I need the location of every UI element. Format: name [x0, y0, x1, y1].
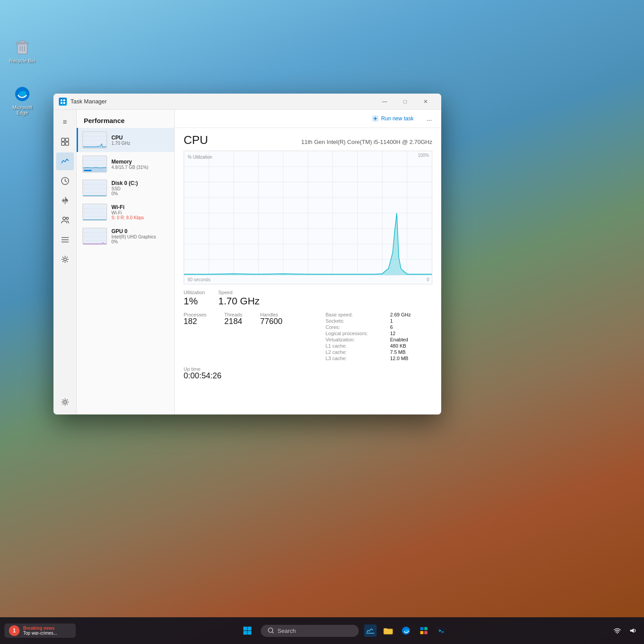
svg-rect-71 [247, 631, 251, 635]
taskbar-terminal-icon[interactable] [435, 624, 448, 637]
minimize-button[interactable]: — [374, 94, 395, 110]
sidebar-performance-icon[interactable] [56, 152, 74, 170]
cpu-stats-row: Utilization 1% Speed 1.70 GHz [175, 284, 441, 312]
windows-start-button[interactable] [239, 623, 255, 639]
gpu-thumbnail [82, 228, 107, 245]
wifi-item-info: Wi-Fi Wi-Fi S: 0 R: 8.0 Kbps [111, 204, 170, 220]
l1-key: L1 cache: [325, 343, 368, 349]
svg-rect-80 [424, 631, 427, 634]
cpu-main-title: CPU [184, 133, 208, 147]
news-headline: Top war-crimes... [23, 631, 57, 636]
taskbar-news-widget[interactable]: 1 Breaking news Top war-crimes... [4, 623, 76, 638]
svg-point-16 [63, 217, 66, 220]
processes-stat: Processes 182 [184, 312, 206, 361]
chart-time-label: 60 seconds [188, 277, 210, 282]
threads-stat: Threads 2184 [224, 312, 242, 361]
desktop-icon-edge[interactable]: Microsoft Edge [4, 82, 40, 118]
cpu-item-name: CPU [111, 135, 170, 141]
sidebar-services-icon[interactable] [56, 250, 74, 268]
maximize-button[interactable]: □ [395, 94, 415, 110]
uptime-value: 0:00:54:26 [184, 372, 432, 381]
sockets-key: Sockets: [325, 318, 368, 324]
taskbar-right [611, 624, 640, 637]
sockets-val: 1 [390, 318, 432, 324]
cpu-utilization-chart: % Utilization 100% 0 60 seconds [184, 151, 432, 284]
memory-item-info: Memory 4.8/15.7 GB (31%) [111, 159, 170, 170]
svg-marker-84 [630, 628, 634, 633]
svg-rect-11 [62, 138, 65, 141]
svg-rect-78 [424, 627, 427, 630]
svg-rect-69 [247, 627, 251, 631]
svg-rect-12 [66, 138, 69, 141]
disk-item-detail2: 0% [111, 191, 170, 196]
speed-value: 1.70 GHz [218, 296, 260, 307]
sidebar-hamburger[interactable]: ≡ [56, 113, 74, 131]
taskbar-search[interactable] [261, 625, 359, 637]
cpu-item-info: CPU 1.70 GHz [111, 135, 170, 146]
handles-value: 77600 [260, 317, 283, 326]
sidebar-history-icon[interactable] [56, 172, 74, 190]
main-panel: Run new task ... CPU 11th Gen Intel(R) C… [175, 110, 441, 414]
run-new-task-button[interactable]: Run new task [367, 113, 419, 124]
sidebar-startup-icon[interactable] [56, 192, 74, 209]
taskbar-store-icon[interactable] [418, 624, 430, 637]
cores-val: 6 [390, 324, 432, 330]
svg-point-21 [64, 258, 66, 261]
taskbar-wifi-status[interactable] [611, 624, 623, 637]
handles-stat: Handles 77600 [260, 312, 283, 361]
disk-item-name: Disk 0 (C:) [111, 180, 170, 186]
sidebar-settings-icon[interactable] [56, 393, 74, 411]
sidebar-details-icon[interactable] [56, 231, 74, 249]
perf-item-gpu[interactable]: GPU 0 Intel(R) UHD Graphics 0% [77, 224, 174, 248]
search-input[interactable] [278, 628, 345, 634]
taskbar-volume[interactable] [627, 624, 640, 637]
perf-item-cpu[interactable]: CPU 1.70 GHz [77, 128, 174, 152]
news-text: Breaking news Top war-crimes... [23, 626, 57, 636]
disk-item-detail1: SSD [111, 186, 170, 191]
chart-100-label: 100% [418, 153, 429, 158]
sidebar-processes-icon[interactable] [56, 133, 74, 151]
bottom-stats: Processes 182 Threads 2184 Handles 77600 [175, 312, 441, 365]
cpu-info-grid: Base speed: 2.69 GHz Sockets: 1 Cores: 6… [325, 312, 432, 361]
taskbar-center [78, 623, 608, 639]
svg-point-72 [268, 628, 273, 632]
close-button[interactable]: ✕ [415, 94, 436, 110]
perf-item-disk[interactable]: Disk 0 (C:) SSD 0% [77, 176, 174, 200]
svg-marker-32 [83, 168, 106, 172]
svg-rect-13 [62, 142, 65, 145]
more-options-button[interactable]: ... [422, 112, 436, 125]
taskbar-edge-icon[interactable] [400, 624, 412, 637]
sidebar-users-icon[interactable] [56, 211, 74, 229]
perf-item-wifi[interactable]: Wi-Fi Wi-Fi S: 0 R: 8.0 Kbps [77, 200, 174, 224]
titlebar: Task Manager — □ ✕ [53, 94, 441, 110]
l2-key: L2 cache: [325, 349, 368, 355]
cpu-model-label: 11th Gen Intel(R) Core(TM) i5-11400H @ 2… [301, 139, 432, 145]
perf-item-memory[interactable]: Memory 4.8/15.7 GB (31%) [77, 152, 174, 176]
virt-key: Virtualization: [325, 337, 368, 342]
svg-rect-10 [63, 102, 65, 104]
svg-rect-14 [66, 142, 69, 145]
taskbar-task-manager-icon[interactable] [364, 624, 377, 637]
gpu-item-info: GPU 0 Intel(R) UHD Graphics 0% [111, 228, 170, 244]
svg-rect-77 [420, 627, 423, 630]
utilization-value: 1% [184, 296, 205, 307]
desktop: Recycle Bin Microsoft Edge Task [0, 0, 644, 644]
gpu-item-detail1: Intel(R) UHD Graphics [111, 234, 170, 239]
cpu-thumbnail [82, 131, 107, 148]
base-speed-val: 2.69 GHz [390, 312, 432, 317]
taskbar-file-explorer-icon[interactable] [382, 624, 394, 637]
recycle-bin-label: Recycle Bin [9, 58, 35, 63]
chart-0-label: 0 [427, 277, 429, 282]
wifi-item-detail1: Wi-Fi [111, 210, 170, 215]
cores-key: Cores: [325, 324, 368, 330]
desktop-icon-recycle-bin[interactable]: Recycle Bin [4, 36, 40, 66]
svg-rect-7 [61, 99, 62, 101]
news-badge: 1 [9, 625, 20, 636]
disk-thumbnail [82, 180, 107, 197]
svg-rect-81 [438, 628, 446, 634]
gpu-item-name: GPU 0 [111, 228, 170, 234]
svg-rect-23 [83, 132, 106, 148]
svg-rect-38 [83, 204, 106, 220]
wifi-item-detail2: S: 0 R: 8.0 Kbps [111, 215, 170, 220]
window-body: ≡ [53, 110, 441, 414]
